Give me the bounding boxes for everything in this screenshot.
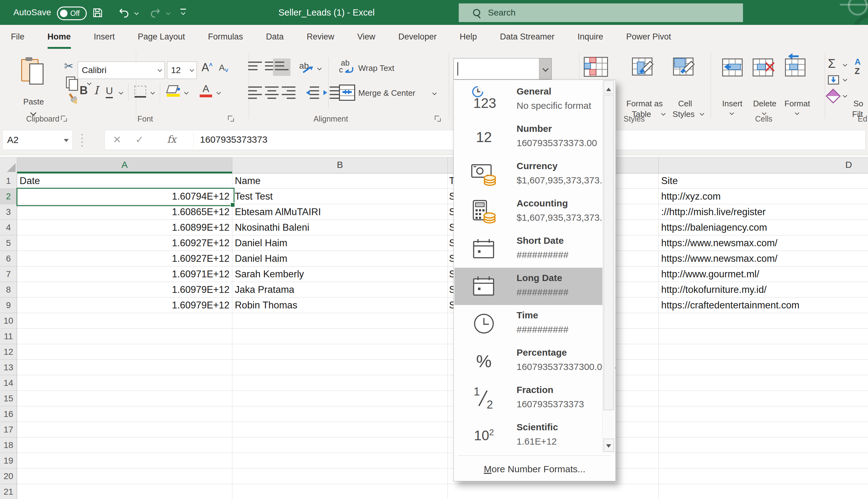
dropdown-scrollbar[interactable] xyxy=(602,81,615,454)
insert-cells-label[interactable]: Insert xyxy=(719,99,746,109)
cell-col-b[interactable] xyxy=(232,437,448,453)
ribbon-tab[interactable]: Home xyxy=(48,25,71,49)
orientation-icon[interactable]: ab xyxy=(299,61,315,76)
cell-col-d[interactable] xyxy=(659,344,868,360)
row-number[interactable]: 13 xyxy=(0,360,17,375)
ribbon-tab[interactable]: Data Streamer xyxy=(500,25,555,49)
cell-col-a[interactable]: 1.60927E+12 xyxy=(17,251,232,266)
cell-col-a[interactable]: Date xyxy=(17,173,232,189)
top-align-icon[interactable] xyxy=(248,62,262,73)
ribbon-tab[interactable]: Help xyxy=(460,25,477,49)
scroll-down-button[interactable] xyxy=(604,439,614,452)
cell-col-b[interactable] xyxy=(232,406,448,422)
cell-styles-label-2[interactable]: Styles xyxy=(668,109,699,119)
name-box-dropdown-arrow[interactable] xyxy=(64,139,69,145)
format-option-fraction[interactable]: 1 2 Fraction 1607935373373 xyxy=(454,380,603,417)
cell-col-d[interactable]: http://www.gourmet.ml/ xyxy=(659,266,868,282)
increase-indent-icon[interactable] xyxy=(323,86,340,100)
font-color-icon[interactable]: A xyxy=(199,83,213,94)
ribbon-tab[interactable]: Developer xyxy=(398,25,437,49)
format-cells-label[interactable]: Format xyxy=(783,99,812,109)
sort-filter-label-fragment[interactable]: So xyxy=(853,99,868,109)
cell-col-a[interactable]: 1.60979E+12 xyxy=(17,282,232,297)
column-header-a[interactable]: A xyxy=(17,157,232,173)
cell-styles-label-1[interactable]: Cell xyxy=(671,99,699,109)
borders-icon[interactable] xyxy=(134,86,146,98)
align-center-icon[interactable] xyxy=(265,86,279,98)
enter-icon[interactable]: ✓ xyxy=(135,130,144,149)
row-number[interactable]: 15 xyxy=(0,391,17,406)
cell-col-d[interactable] xyxy=(659,391,868,406)
paste-button-label[interactable]: Paste xyxy=(15,97,52,107)
cell-col-b[interactable] xyxy=(232,484,448,499)
row-number[interactable]: 3 xyxy=(0,204,17,220)
cell-col-d[interactable]: https://www.newsmax.com/ xyxy=(659,235,868,251)
row-number[interactable]: 9 xyxy=(0,297,17,313)
row-number[interactable]: 18 xyxy=(0,437,17,453)
cell-col-a[interactable] xyxy=(17,329,232,344)
cell-col-a[interactable] xyxy=(17,484,232,499)
cell-col-a[interactable] xyxy=(17,422,232,437)
row-number[interactable]: 10 xyxy=(0,313,17,329)
cell-col-b[interactable]: Test Test xyxy=(232,189,448,204)
align-right-icon[interactable] xyxy=(282,86,296,98)
cell-col-d[interactable] xyxy=(659,360,868,375)
underline-icon[interactable]: U xyxy=(106,85,113,98)
ribbon-tab[interactable]: View xyxy=(357,25,375,49)
ribbon-tab[interactable]: Inquire xyxy=(578,25,603,49)
scroll-up-button[interactable] xyxy=(604,81,614,94)
format-option-percentage[interactable]: % Percentage 160793537337300.00% xyxy=(454,342,603,380)
cell-col-d[interactable]: http://xyz.com xyxy=(659,189,868,204)
format-as-table-icon[interactable] xyxy=(632,58,656,79)
insert-cells-icon[interactable] xyxy=(721,58,743,77)
format-option-general[interactable]: 123 General No specific format xyxy=(454,81,603,119)
wrap-text-icon[interactable]: ab c xyxy=(339,60,355,76)
insert-function-icon[interactable]: fx xyxy=(167,130,176,148)
delete-cells-icon[interactable] xyxy=(752,58,774,77)
cell-col-b[interactable]: Ebtesam AlMuTAIRI xyxy=(232,204,448,220)
cell-col-a[interactable] xyxy=(17,313,232,329)
cell-col-b[interactable] xyxy=(232,329,448,344)
row-number[interactable]: 11 xyxy=(0,329,17,344)
cell-col-a[interactable]: 1.60971E+12 xyxy=(17,266,232,282)
clipboard-dialog-launcher-icon[interactable] xyxy=(61,115,67,122)
row-number[interactable]: 20 xyxy=(0,468,17,484)
cell-col-a[interactable]: 1.60865E+12 xyxy=(17,204,232,220)
ribbon-tab[interactable]: Review xyxy=(307,25,334,49)
decrease-indent-icon[interactable] xyxy=(303,86,320,100)
merge-center-label[interactable]: Merge & Center xyxy=(358,88,415,98)
format-option-number[interactable]: 12 Number 1607935373373.00 xyxy=(454,119,603,156)
row-number[interactable]: 7 xyxy=(0,266,17,282)
cell-col-b[interactable]: Robin Thomas xyxy=(232,297,448,313)
bold-icon[interactable]: B xyxy=(80,84,88,97)
row-number[interactable]: 19 xyxy=(0,453,17,468)
row-number[interactable]: 17 xyxy=(0,422,17,437)
row-number[interactable]: 16 xyxy=(0,406,17,422)
number-format-combo[interactable] xyxy=(454,58,552,80)
search-box[interactable]: Search xyxy=(459,3,743,22)
cell-col-b[interactable]: Sarah Kemberly xyxy=(232,266,448,282)
formula-bar-drag-handle[interactable] xyxy=(82,134,83,146)
scrollbar-thumb[interactable] xyxy=(604,95,614,410)
paste-icon[interactable] xyxy=(19,59,48,88)
cell-col-d[interactable]: ://http://mish.live/register xyxy=(659,204,868,220)
cell-col-a[interactable] xyxy=(17,391,232,406)
cell-col-d[interactable]: https://www.newsmax.com/ xyxy=(659,251,868,266)
increase-font-size-icon[interactable]: A˄ xyxy=(202,61,213,74)
cell-col-b[interactable] xyxy=(232,344,448,360)
row-number[interactable]: 12 xyxy=(0,344,17,360)
cell-col-a[interactable]: 1.60899E+12 xyxy=(17,220,232,235)
row-number[interactable]: 14 xyxy=(0,375,17,391)
format-option-time[interactable]: Time ########## xyxy=(454,305,603,342)
cell-col-d[interactable] xyxy=(659,375,868,391)
cell-col-b[interactable] xyxy=(232,468,448,484)
cell-col-d[interactable]: https://baleniagency.com xyxy=(659,220,868,235)
ribbon-tab[interactable]: Power Pivot xyxy=(626,25,671,49)
merge-center-icon[interactable] xyxy=(339,85,355,101)
cell-styles-icon[interactable] xyxy=(673,58,697,79)
autosum-icon[interactable]: Σ xyxy=(828,57,836,71)
cell-col-d[interactable]: https://craftedentertainment.com xyxy=(659,297,868,313)
decrease-font-size-icon[interactable]: A˅ xyxy=(219,63,228,73)
number-format-dropdown-button[interactable] xyxy=(539,59,551,79)
cell-col-b[interactable]: Name xyxy=(232,173,448,189)
